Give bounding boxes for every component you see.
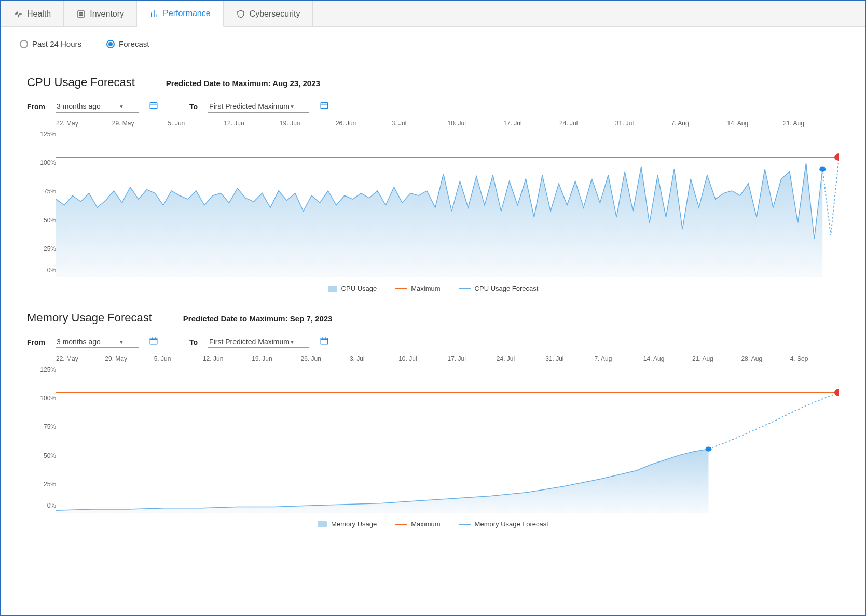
- calendar-icon[interactable]: [320, 101, 329, 113]
- select-value: 3 months ago: [57, 102, 101, 110]
- from-select[interactable]: 3 months ago ▼: [56, 101, 139, 113]
- radio-label: Forecast: [119, 39, 149, 48]
- panel-subtitle: Predicted Date to Maximum: Sep 7, 2023: [183, 314, 333, 323]
- cpu-chart: 125%100%75%50%25%0%: [56, 127, 839, 277]
- tab-inventory[interactable]: Inventory: [64, 1, 137, 26]
- shield-icon: [236, 9, 245, 19]
- swatch-line-icon: [395, 288, 407, 289]
- panel-title: Memory Usage Forecast: [27, 311, 152, 325]
- panel-mem: Memory Usage Forecast Predicted Date to …: [1, 297, 865, 532]
- svg-point-11: [705, 446, 711, 451]
- swatch-line-icon: [395, 524, 407, 525]
- y-axis: 125%100%75%50%25%0%: [31, 127, 56, 277]
- legend-item: Maximum: [395, 285, 440, 292]
- select-value: 3 months ago: [57, 338, 101, 346]
- panel-cpu: CPU Usage Forecast Predicted Date to Max…: [1, 61, 865, 297]
- to-select[interactable]: First Predicted Maximum ▼: [208, 336, 309, 348]
- radio-forecast[interactable]: Forecast: [106, 39, 149, 48]
- x-axis-top: 22. May29. May5. Jun12. Jun19. Jun26. Ju…: [56, 117, 839, 127]
- mem-chart: 125%100%75%50%25%0%: [56, 362, 839, 513]
- tab-bar: Health Inventory Performance Cybersecuri…: [1, 1, 865, 27]
- tab-performance[interactable]: Performance: [137, 1, 224, 27]
- from-label: From: [27, 103, 45, 111]
- time-mode-row: Past 24 Hours Forecast: [1, 27, 865, 61]
- select-value: First Predicted Maximum: [209, 338, 290, 346]
- select-value: First Predicted Maximum: [209, 102, 290, 110]
- to-label: To: [189, 338, 198, 346]
- svg-point-6: [834, 153, 839, 161]
- y-axis: 125%100%75%50%25%0%: [31, 362, 56, 513]
- legend: Memory Usage Maximum Memory Usage Foreca…: [27, 520, 839, 528]
- tab-cybersecurity[interactable]: Cybersecurity: [224, 1, 313, 26]
- from-select[interactable]: 3 months ago ▼: [56, 336, 139, 348]
- to-select[interactable]: First Predicted Maximum ▼: [208, 101, 309, 113]
- legend-item: CPU Usage: [328, 285, 377, 292]
- heart-icon: [13, 9, 23, 19]
- svg-rect-7: [150, 338, 157, 344]
- legend-item: Maximum: [395, 520, 440, 528]
- chevron-down-icon: ▼: [119, 104, 124, 109]
- tab-health[interactable]: Health: [1, 1, 64, 26]
- to-label: To: [189, 103, 198, 111]
- legend-item: Memory Usage Forecast: [459, 520, 548, 528]
- calendar-icon[interactable]: [320, 336, 329, 348]
- from-label: From: [27, 338, 45, 346]
- mem-chart-svg: [56, 362, 839, 513]
- bars-icon: [149, 9, 159, 18]
- tab-label: Performance: [163, 9, 211, 18]
- tab-label: Health: [27, 9, 51, 19]
- svg-rect-1: [150, 103, 157, 109]
- radio-circle-icon: [106, 40, 115, 48]
- swatch-line-icon: [459, 288, 471, 289]
- legend-item: Memory Usage: [318, 520, 377, 528]
- radio-circle-icon: [20, 40, 28, 48]
- svg-marker-4: [56, 163, 822, 277]
- chevron-down-icon: ▼: [119, 339, 124, 345]
- legend: CPU Usage Maximum CPU Usage Forecast: [27, 285, 839, 292]
- calendar-icon[interactable]: [149, 336, 158, 348]
- radio-past24[interactable]: Past 24 Hours: [20, 39, 81, 48]
- tab-label: Inventory: [90, 9, 124, 19]
- panel-title: CPU Usage Forecast: [27, 76, 135, 89]
- chevron-down-icon: ▼: [290, 339, 295, 345]
- swatch-area-icon: [318, 521, 327, 527]
- tab-label: Cybersecurity: [250, 9, 300, 19]
- swatch-area-icon: [328, 286, 337, 292]
- svg-point-5: [819, 167, 826, 172]
- chevron-down-icon: ▼: [290, 104, 295, 109]
- legend-item: CPU Usage Forecast: [459, 285, 539, 292]
- svg-rect-8: [321, 338, 328, 344]
- panel-subtitle: Predicted Date to Maximum: Aug 23, 2023: [166, 79, 320, 88]
- cpu-chart-svg: [56, 127, 839, 277]
- svg-point-12: [834, 389, 839, 396]
- calendar-icon[interactable]: [149, 101, 158, 113]
- x-axis-top: 22. May29. May5. Jun12. Jun19. Jun26. Ju…: [56, 352, 839, 362]
- radio-label: Past 24 Hours: [32, 39, 81, 48]
- swatch-line-icon: [459, 524, 471, 525]
- svg-rect-2: [321, 103, 328, 109]
- list-icon: [76, 9, 86, 19]
